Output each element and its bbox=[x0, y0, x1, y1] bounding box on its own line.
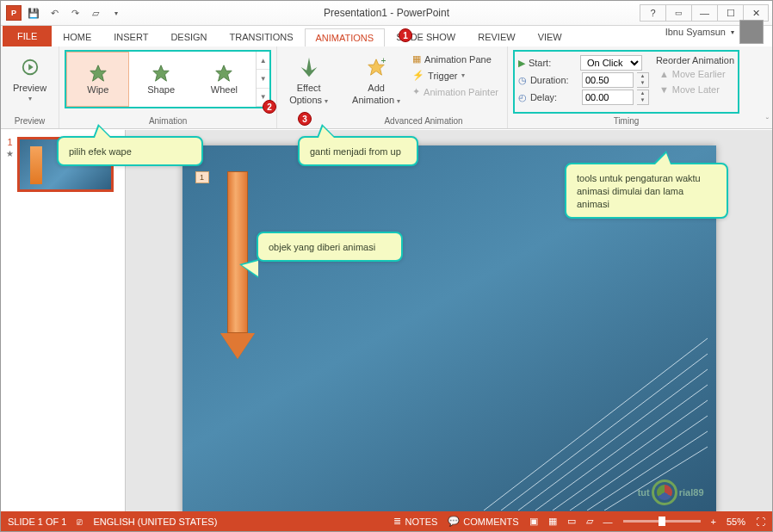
reading-view-icon[interactable]: ▭ bbox=[567, 516, 576, 527]
start-label: Start: bbox=[529, 58, 577, 68]
clock-icon: ◷ bbox=[518, 75, 527, 86]
callout-fromup: ganti menjadi from up bbox=[298, 136, 418, 166]
watermark-logo-icon bbox=[652, 479, 677, 505]
comments-icon: 💬 bbox=[448, 516, 460, 527]
group-preview: Preview ▾ Preview bbox=[1, 46, 59, 128]
effect-wipe[interactable]: Wipe bbox=[66, 52, 129, 107]
zoom-out-button[interactable]: — bbox=[603, 517, 613, 527]
group-label-preview: Preview bbox=[15, 114, 46, 127]
delay-input[interactable] bbox=[582, 90, 634, 105]
start-select[interactable]: On Click bbox=[580, 55, 642, 71]
status-slide-count[interactable]: SLIDE 1 OF 1 bbox=[8, 517, 66, 527]
animation-indicator-icon[interactable]: ★ bbox=[6, 149, 14, 158]
move-earlier-button: ▲Move Earlier bbox=[656, 67, 734, 81]
add-animation-icon: + bbox=[362, 53, 390, 81]
redo-icon[interactable]: ↷ bbox=[66, 4, 83, 22]
tab-review[interactable]: REVIEW bbox=[467, 28, 526, 46]
group-effect-options: Effect Options ▾ 3 bbox=[277, 46, 340, 128]
zoom-level[interactable]: 55% bbox=[727, 517, 745, 527]
duration-label: Duration: bbox=[530, 75, 578, 85]
svg-marker-4 bbox=[216, 65, 232, 81]
status-bar: SLIDE 1 OF 1 ⎚ ENGLISH (UNITED STATES) ≣… bbox=[1, 511, 772, 531]
effect-options-button[interactable]: Effect Options ▾ 3 bbox=[282, 50, 335, 108]
effect-shape[interactable]: Shape bbox=[129, 52, 192, 107]
powerpoint-icon: P bbox=[6, 5, 22, 21]
tab-view[interactable]: VIEW bbox=[527, 28, 573, 46]
delay-spinner[interactable]: ▲▼ bbox=[637, 90, 649, 105]
fit-window-icon[interactable]: ⛶ bbox=[756, 517, 765, 527]
save-icon[interactable]: 💾 bbox=[25, 4, 42, 22]
preview-icon bbox=[16, 53, 44, 81]
account-area[interactable]: Ibnu Syamsun ▾ bbox=[659, 17, 770, 46]
annotation-badge-3: 3 bbox=[298, 112, 312, 126]
quick-access-toolbar: P 💾 ↶ ↷ ▱ ▾ bbox=[1, 4, 130, 22]
gallery-scroll: ▲ ▼ ▼ bbox=[256, 52, 269, 107]
tab-transitions[interactable]: TRANSITIONS bbox=[219, 28, 305, 46]
effect-wheel[interactable]: Wheel bbox=[193, 52, 256, 107]
up-arrow-icon: ▲ bbox=[659, 69, 669, 79]
callout-timing: tools untuk pengaturan waktu animasi dim… bbox=[565, 163, 728, 219]
tab-design[interactable]: DESIGN bbox=[159, 28, 218, 46]
group-timing: ▶ Start: On Click ◷ Duration: ▲▼ ◴ bbox=[508, 46, 745, 128]
tab-slideshow[interactable]: SLIDE SHOW bbox=[385, 28, 467, 46]
preview-button[interactable]: Preview ▾ bbox=[6, 50, 53, 106]
reorder-title: Reorder Animation bbox=[656, 55, 734, 65]
qat-more-icon[interactable]: ▾ bbox=[108, 4, 125, 22]
timing-box: ▶ Start: On Click ◷ Duration: ▲▼ ◴ bbox=[513, 50, 739, 114]
callout-wipe: pilih efek wape bbox=[57, 136, 203, 166]
animation-order-tag[interactable]: 1 bbox=[195, 171, 209, 183]
star-icon bbox=[152, 64, 170, 83]
group-label-timing: Timing bbox=[614, 114, 640, 127]
svg-marker-2 bbox=[90, 65, 106, 81]
trigger-button[interactable]: ⚡Trigger ▾ bbox=[409, 68, 502, 83]
svg-marker-5 bbox=[300, 58, 317, 77]
status-language[interactable]: ENGLISH (UNITED STATES) bbox=[93, 517, 217, 527]
star-icon bbox=[89, 64, 108, 83]
slideshow-view-icon[interactable]: ▱ bbox=[586, 516, 593, 527]
svg-marker-1 bbox=[28, 64, 34, 70]
annotation-badge-1: 1 bbox=[399, 28, 412, 42]
undo-icon[interactable]: ↶ bbox=[46, 4, 63, 22]
thumbnail-pane: 1 ★ bbox=[1, 130, 126, 511]
tab-insert[interactable]: INSERT bbox=[102, 28, 159, 46]
delay-label: Delay: bbox=[530, 92, 578, 102]
group-label-animation: Animation bbox=[149, 114, 187, 127]
comments-button[interactable]: 💬COMMENTS bbox=[448, 516, 518, 527]
spellcheck-icon[interactable]: ⎚ bbox=[77, 517, 83, 527]
window-title: Presentation1 - PowerPoint bbox=[324, 7, 449, 19]
group-label-advanced: Advanced Animation bbox=[384, 114, 462, 127]
thumb-arrow-shape bbox=[30, 146, 42, 184]
zoom-in-button[interactable]: + bbox=[711, 517, 716, 527]
group-advanced-animation: + Add Animation ▾ ▦Animation Pane ⚡Trigg… bbox=[340, 46, 508, 128]
ribbon-tabs: FILE HOME INSERT DESIGN TRANSITIONS ANIM… bbox=[1, 26, 772, 46]
notes-icon: ≣ bbox=[393, 516, 401, 527]
title-bar: P 💾 ↶ ↷ ▱ ▾ Presentation1 - PowerPoint ?… bbox=[1, 1, 772, 26]
gallery-down-icon[interactable]: ▼ bbox=[257, 70, 269, 88]
add-animation-button[interactable]: + Add Animation ▾ bbox=[345, 50, 407, 108]
tab-home[interactable]: HOME bbox=[52, 28, 102, 46]
animation-pane-button[interactable]: ▦Animation Pane bbox=[409, 52, 502, 66]
zoom-slider[interactable] bbox=[623, 520, 701, 523]
tab-file[interactable]: FILE bbox=[3, 26, 52, 46]
start-show-icon[interactable]: ▱ bbox=[87, 4, 104, 22]
tab-animations[interactable]: ANIMATIONS bbox=[305, 28, 386, 47]
move-later-button: ▼Move Later bbox=[656, 83, 734, 96]
duration-input[interactable] bbox=[582, 72, 634, 88]
decorative-lines bbox=[449, 287, 708, 510]
play-icon: ▶ bbox=[518, 58, 525, 69]
effect-options-icon bbox=[295, 53, 323, 81]
callout-object: objek yang diberi animasi bbox=[257, 232, 403, 262]
duration-spinner[interactable]: ▲▼ bbox=[637, 72, 649, 88]
trigger-icon: ⚡ bbox=[412, 70, 424, 81]
pane-icon: ▦ bbox=[412, 53, 421, 65]
avatar bbox=[739, 20, 764, 44]
star-icon bbox=[214, 64, 233, 83]
account-name: Ibnu Syamsun bbox=[665, 27, 726, 37]
painter-icon: ✦ bbox=[412, 86, 420, 97]
notes-button[interactable]: ≣NOTES bbox=[393, 516, 437, 527]
gallery-up-icon[interactable]: ▲ bbox=[257, 52, 269, 70]
sorter-view-icon[interactable]: ▦ bbox=[548, 516, 557, 527]
normal-view-icon[interactable]: ▣ bbox=[529, 516, 538, 527]
collapse-ribbon-icon[interactable]: ˇ bbox=[766, 117, 769, 127]
svg-text:+: + bbox=[381, 58, 386, 65]
